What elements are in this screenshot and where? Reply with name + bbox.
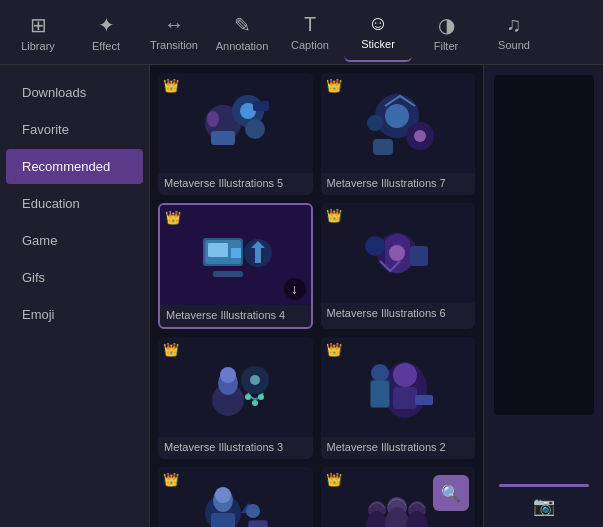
content-area: 👑 Metaverse Illustrations 5 (150, 65, 483, 527)
svg-point-12 (367, 115, 383, 131)
svg-point-10 (414, 130, 426, 142)
premium-icon: 👑 (163, 342, 179, 357)
card-label-mv7: Metaverse Illustrations 7 (321, 173, 476, 195)
camera-icon: 📷 (533, 495, 555, 517)
sidebar-item-recommended[interactable]: Recommended (6, 149, 143, 184)
sticker-icon: ☺ (368, 12, 388, 35)
nav-item-sticker[interactable]: ☺ Sticker (344, 2, 412, 62)
mv1-illustration (193, 475, 278, 528)
top-nav: ⊞ Library ✦ Effect ↔ Transition ✎ Annota… (0, 0, 603, 65)
svg-point-4 (245, 119, 265, 139)
sticker-card-mv6[interactable]: 👑 Metaverse Illustrations 6 (321, 203, 476, 329)
library-icon: ⊞ (30, 13, 47, 37)
main-layout: Downloads Favorite Recommended Education… (0, 65, 603, 527)
nav-label-annotation: Annotation (216, 40, 269, 52)
svg-point-29 (258, 394, 264, 400)
svg-rect-44 (249, 521, 267, 528)
nav-item-library[interactable]: ⊞ Library (4, 2, 72, 62)
svg-point-30 (252, 400, 258, 406)
premium-icon: 👑 (163, 472, 179, 487)
svg-rect-6 (253, 101, 269, 111)
transition-icon: ↔ (164, 13, 184, 36)
download-icon: ↓ (284, 278, 306, 300)
sidebar-item-emoji[interactable]: Emoji (6, 297, 143, 332)
sticker-card-mv1[interactable]: 👑 Metaverse Illustrations 1 (158, 467, 313, 527)
sticker-card-mv3[interactable]: 👑 Metaverse Illustrations 3 (158, 337, 313, 459)
card-label-mv5: Metaverse Illustrations 5 (158, 173, 313, 195)
card-label-mv4: Metaverse Illustrations 4 (160, 305, 311, 327)
nav-label-effect: Effect (92, 40, 120, 52)
card-label-mv3: Metaverse Illustrations 3 (158, 437, 313, 459)
svg-rect-37 (415, 395, 433, 405)
svg-point-40 (215, 487, 231, 503)
nav-item-transition[interactable]: ↔ Transition (140, 2, 208, 62)
search-button[interactable]: 🔍 (433, 475, 469, 511)
premium-icon: 👑 (326, 78, 342, 93)
filter-icon: ◑ (438, 13, 455, 37)
svg-rect-3 (211, 131, 235, 145)
premium-icon: 👑 (326, 208, 342, 223)
svg-rect-16 (231, 248, 241, 258)
premium-icon: 👑 (326, 342, 342, 357)
annotation-icon: ✎ (234, 13, 251, 37)
mv4-illustration (193, 213, 278, 298)
nav-label-filter: Filter (434, 40, 458, 52)
mv2-illustration (355, 345, 440, 430)
sidebar-item-education[interactable]: Education (6, 186, 143, 221)
nav-label-caption: Caption (291, 39, 329, 51)
right-bottom: 📷 (484, 484, 603, 517)
svg-rect-21 (410, 246, 428, 266)
mv6-illustration (355, 211, 440, 296)
premium-icon: 👑 (163, 78, 179, 93)
nav-label-library: Library (21, 40, 55, 52)
sticker-card-mv4[interactable]: 👑 ↓ Metaverse Illustrations 4 (158, 203, 313, 329)
svg-rect-41 (211, 513, 235, 528)
nav-label-transition: Transition (150, 39, 198, 51)
search-icon: 🔍 (441, 484, 461, 503)
svg-point-20 (389, 245, 405, 261)
svg-rect-33 (393, 387, 417, 409)
svg-point-27 (250, 375, 260, 385)
sidebar-item-gifs[interactable]: Gifs (6, 260, 143, 295)
sticker-card-mv5[interactable]: 👑 Metaverse Illustrations 5 (158, 73, 313, 195)
mv3-illustration (193, 345, 278, 430)
premium-icon: 👑 (165, 210, 181, 225)
nav-item-effect[interactable]: ✦ Effect (72, 2, 140, 62)
nav-item-filter[interactable]: ◑ Filter (412, 2, 480, 62)
svg-point-35 (371, 364, 389, 382)
mv7-illustration (355, 81, 440, 166)
premium-icon: 👑 (326, 472, 342, 487)
caption-icon: T (304, 13, 316, 36)
mv5-illustration (193, 81, 278, 166)
svg-point-43 (246, 504, 260, 518)
card-label-mv6: Metaverse Illustrations 6 (321, 303, 476, 325)
svg-point-8 (385, 104, 409, 128)
effect-icon: ✦ (98, 13, 115, 37)
card-label-mv2: Metaverse Illustrations 2 (321, 437, 476, 459)
sound-icon: ♫ (507, 13, 522, 36)
svg-point-25 (220, 367, 236, 383)
nav-item-caption[interactable]: T Caption (276, 2, 344, 62)
right-panel: 📷 (483, 65, 603, 527)
sidebar-item-downloads[interactable]: Downloads (6, 75, 143, 110)
svg-rect-18 (213, 271, 243, 277)
sticker-card-mv2[interactable]: 👑 Metaverse Illustrations 2 (321, 337, 476, 459)
svg-point-32 (393, 363, 417, 387)
svg-rect-36 (371, 381, 389, 407)
sidebar-item-game[interactable]: Game (6, 223, 143, 258)
nav-item-annotation[interactable]: ✎ Annotation (208, 2, 276, 62)
nav-label-sticker: Sticker (361, 38, 395, 50)
sidebar: Downloads Favorite Recommended Education… (0, 65, 150, 527)
svg-rect-11 (373, 139, 393, 155)
svg-point-28 (245, 394, 251, 400)
preview-area (494, 75, 594, 415)
mask-illustration (355, 475, 440, 528)
nav-label-sound: Sound (498, 39, 530, 51)
timeline-indicator (499, 484, 589, 487)
svg-rect-15 (208, 243, 228, 257)
svg-point-5 (207, 111, 219, 127)
sticker-grid: 👑 Metaverse Illustrations 5 (158, 73, 475, 527)
nav-item-sound[interactable]: ♫ Sound (480, 2, 548, 62)
sidebar-item-favorite[interactable]: Favorite (6, 112, 143, 147)
sticker-card-mv7[interactable]: 👑 Metaverse Illustrations 7 (321, 73, 476, 195)
